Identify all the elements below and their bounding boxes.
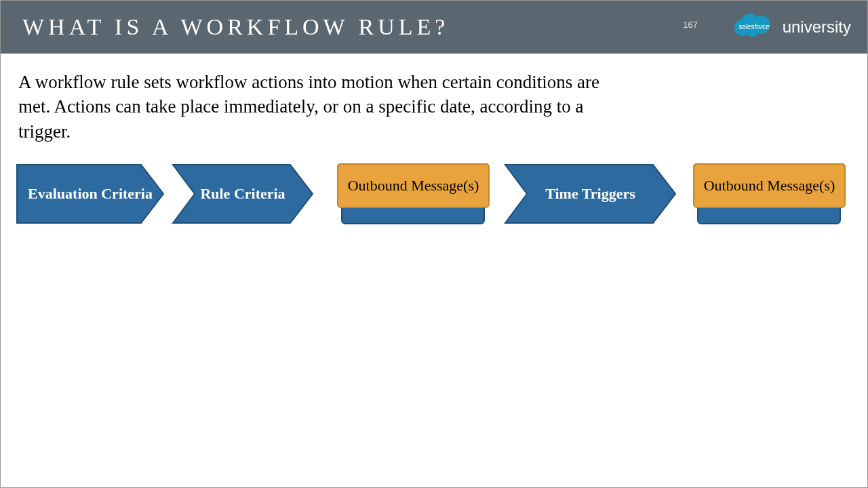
brand-logo: salesforce university <box>730 10 851 44</box>
brand-text: university <box>783 18 851 37</box>
slide-body: A workflow rule sets workflow actions in… <box>1 54 867 144</box>
slide: WHAT IS A WORKFLOW RULE? 167 salesforce … <box>0 0 868 488</box>
action-outbound-messages: Outbound Message(s) <box>337 163 490 208</box>
slide-description: A workflow rule sets workflow actions in… <box>18 70 601 144</box>
slide-header: WHAT IS A WORKFLOW RULE? 167 salesforce … <box>1 1 867 54</box>
salesforce-cloud-icon: salesforce <box>730 10 778 44</box>
step-rule-criteria: Rule Criteria <box>172 163 314 224</box>
step-evaluation-criteria: Evaluation Criteria <box>16 163 165 224</box>
step-label: Rule Criteria <box>196 185 289 202</box>
cloud-text: salesforce <box>738 23 770 30</box>
action-outbound-messages: Outbound Message(s) <box>693 163 846 208</box>
slide-title: WHAT IS A WORKFLOW RULE? <box>22 14 449 40</box>
step-label: Time Triggers <box>541 185 639 202</box>
step-time-triggers: Time Triggers <box>504 163 677 224</box>
page-number: 167 <box>683 20 698 30</box>
step-label: Evaluation Criteria <box>24 185 157 202</box>
